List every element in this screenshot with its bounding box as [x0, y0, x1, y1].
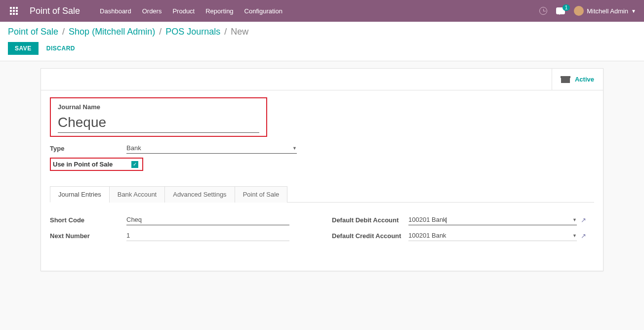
type-value: Bank — [126, 144, 141, 152]
external-link-icon[interactable]: ↗ — [581, 216, 586, 224]
credit-value: 100201 Bank — [408, 232, 446, 239]
clock-icon[interactable] — [539, 7, 547, 15]
tab-point-of-sale[interactable]: Point of Sale — [235, 186, 288, 203]
menu-configuration[interactable]: Configuration — [244, 7, 282, 15]
save-button[interactable]: SAVE — [8, 42, 39, 55]
chat-count: 1 — [563, 4, 570, 11]
tab-journal-entries[interactable]: Journal Entries — [50, 186, 110, 203]
debit-value: 100201 Bank — [408, 216, 447, 223]
debit-label: Default Debit Account — [332, 216, 408, 224]
user-name: Mitchell Admin — [587, 7, 628, 15]
chevron-down-icon: ▼ — [572, 217, 577, 222]
chat-icon[interactable]: 1 — [556, 7, 565, 14]
debit-select[interactable]: 100201 Bank ▼ — [408, 214, 577, 225]
caret-down-icon: ▼ — [631, 8, 636, 14]
next-number-input[interactable] — [126, 230, 289, 241]
type-label: Type — [50, 145, 126, 152]
breadcrumb-root[interactable]: Point of Sale — [8, 27, 58, 37]
short-code-label: Short Code — [50, 216, 126, 224]
active-toggle[interactable]: Active — [552, 69, 603, 90]
type-row: Type Bank ▼ — [50, 143, 594, 154]
external-link-icon[interactable]: ↗ — [581, 232, 586, 240]
journal-name-label: Journal Name — [58, 103, 259, 111]
credit-row: Default Credit Account 100201 Bank ▼ ↗ — [332, 230, 594, 241]
form-container: Active Journal Name Type Bank ▼ Use in P… — [40, 68, 604, 271]
debit-row: Default Debit Account 100201 Bank ▼ ↗ — [332, 214, 594, 225]
brand-title[interactable]: Point of Sale — [30, 6, 80, 16]
use-pos-label: Use in Point of Sale — [53, 161, 113, 168]
main-menu: Dashboard Orders Product Reporting Confi… — [100, 7, 539, 15]
chevron-down-icon: ▼ — [292, 146, 297, 151]
credit-select[interactable]: 100201 Bank ▼ — [408, 230, 577, 241]
breadcrumb-journals[interactable]: POS Journals — [165, 27, 220, 37]
tab-advanced-settings[interactable]: Advanced Settings — [164, 186, 235, 203]
breadcrumb-current: New — [231, 27, 248, 37]
tabs: Journal Entries Bank Account Advanced Se… — [50, 186, 594, 203]
active-label: Active — [575, 76, 594, 83]
journal-name-highlight: Journal Name — [50, 97, 267, 137]
type-select[interactable]: Bank ▼ — [126, 143, 297, 154]
breadcrumb: Point of Sale / Shop (Mitchell Admin) / … — [8, 27, 636, 37]
archive-icon — [561, 76, 570, 83]
use-pos-checkbox[interactable]: ✓ — [131, 161, 138, 168]
menu-dashboard[interactable]: Dashboard — [100, 7, 131, 15]
left-column: Short Code Next Number — [50, 214, 312, 246]
credit-label: Default Credit Account — [332, 232, 408, 240]
use-pos-highlight: Use in Point of Sale ✓ — [50, 158, 143, 171]
tab-bank-account[interactable]: Bank Account — [109, 186, 165, 203]
next-number-row: Next Number — [50, 230, 312, 241]
menu-product[interactable]: Product — [172, 7, 195, 15]
chevron-down-icon: ▼ — [572, 233, 577, 238]
nav-right: 1 Mitchell Admin ▼ — [539, 6, 636, 16]
short-code-row: Short Code — [50, 214, 312, 225]
right-column: Default Debit Account 100201 Bank ▼ ↗ De… — [332, 214, 594, 246]
avatar — [574, 6, 584, 16]
menu-reporting[interactable]: Reporting — [205, 7, 233, 15]
short-code-input[interactable] — [126, 214, 289, 225]
sub-header: Point of Sale / Shop (Mitchell Admin) / … — [0, 22, 644, 61]
form-body: Journal Name Type Bank ▼ Use in Point of… — [41, 90, 603, 271]
apps-icon[interactable] — [8, 5, 20, 17]
menu-orders[interactable]: Orders — [142, 7, 162, 15]
breadcrumb-shop[interactable]: Shop (Mitchell Admin) — [69, 27, 155, 37]
action-buttons: SAVE DISCARD — [8, 42, 636, 55]
top-nav: Point of Sale Dashboard Orders Product R… — [0, 0, 644, 22]
user-menu[interactable]: Mitchell Admin ▼ — [574, 6, 636, 16]
journal-name-input[interactable] — [58, 113, 259, 133]
next-number-label: Next Number — [50, 232, 126, 240]
tab-content: Short Code Next Number Default Debit Acc… — [50, 203, 594, 246]
status-bar: Active — [41, 69, 603, 90]
discard-button[interactable]: DISCARD — [42, 42, 79, 55]
